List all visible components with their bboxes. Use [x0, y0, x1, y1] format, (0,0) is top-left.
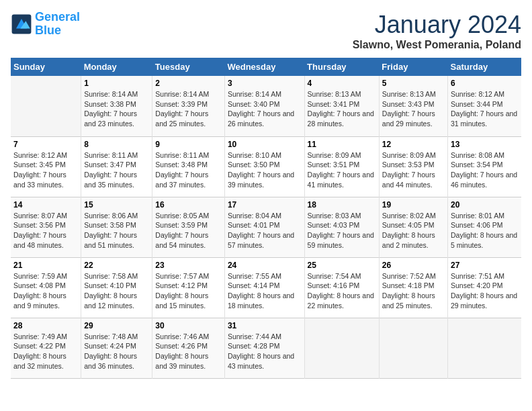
calendar-cell: 11Sunrise: 8:09 AMSunset: 3:51 PMDayligh…	[304, 136, 379, 197]
day-info: Sunrise: 8:14 AMSunset: 3:40 PMDaylight:…	[228, 89, 302, 129]
day-info: Sunrise: 7:55 AMSunset: 4:14 PMDaylight:…	[228, 271, 302, 311]
calendar-cell: 12Sunrise: 8:09 AMSunset: 3:53 PMDayligh…	[379, 136, 447, 197]
day-number: 2	[155, 79, 222, 88]
day-info: Sunrise: 7:58 AMSunset: 4:10 PMDaylight:…	[84, 271, 149, 311]
day-number: 21	[13, 261, 78, 270]
day-number: 17	[228, 200, 302, 210]
calendar-cell: 19Sunrise: 8:02 AMSunset: 4:05 PMDayligh…	[379, 197, 447, 257]
header-day-thursday: Thursday	[304, 58, 379, 76]
calendar-cell: 13Sunrise: 8:08 AMSunset: 3:54 PMDayligh…	[447, 136, 521, 197]
calendar-cell: 23Sunrise: 7:57 AMSunset: 4:12 PMDayligh…	[152, 257, 225, 318]
day-number: 19	[382, 200, 445, 210]
day-info: Sunrise: 7:57 AMSunset: 4:12 PMDaylight:…	[155, 271, 222, 311]
day-info: Sunrise: 8:10 AMSunset: 3:50 PMDaylight:…	[228, 150, 302, 190]
day-number: 20	[451, 200, 519, 210]
day-info: Sunrise: 8:14 AMSunset: 3:39 PMDaylight:…	[155, 89, 222, 129]
day-number: 31	[228, 321, 302, 330]
header-day-friday: Friday	[379, 58, 447, 76]
day-info: Sunrise: 8:12 AMSunset: 3:45 PMDaylight:…	[13, 150, 78, 190]
day-number: 11	[308, 140, 376, 149]
day-info: Sunrise: 8:09 AMSunset: 3:51 PMDaylight:…	[308, 150, 376, 190]
week-row-0: 1Sunrise: 8:14 AMSunset: 3:38 PMDaylight…	[11, 76, 521, 136]
day-info: Sunrise: 7:54 AMSunset: 4:16 PMDaylight:…	[308, 271, 376, 311]
day-number: 8	[84, 140, 149, 149]
calendar-cell: 1Sunrise: 8:14 AMSunset: 3:38 PMDaylight…	[81, 76, 152, 136]
day-info: Sunrise: 8:11 AMSunset: 3:47 PMDaylight:…	[84, 150, 149, 190]
day-number: 5	[382, 79, 445, 88]
location-title: Slawno, West Pomerania, Poland	[353, 39, 521, 51]
header-day-saturday: Saturday	[447, 58, 521, 76]
calendar-cell: 25Sunrise: 7:54 AMSunset: 4:16 PMDayligh…	[304, 257, 379, 318]
day-number: 29	[84, 321, 149, 330]
week-row-2: 14Sunrise: 8:07 AMSunset: 3:56 PMDayligh…	[11, 197, 521, 257]
day-info: Sunrise: 8:08 AMSunset: 3:54 PMDaylight:…	[451, 150, 519, 190]
day-info: Sunrise: 8:14 AMSunset: 3:38 PMDaylight:…	[84, 89, 149, 129]
logo: General Blue	[11, 11, 80, 38]
calendar-cell: 26Sunrise: 7:52 AMSunset: 4:18 PMDayligh…	[379, 257, 447, 318]
calendar-cell	[11, 76, 81, 136]
day-number: 4	[308, 79, 376, 88]
calendar-cell	[304, 318, 379, 378]
day-info: Sunrise: 8:13 AMSunset: 3:43 PMDaylight:…	[382, 89, 445, 129]
logo-line2: Blue	[35, 24, 61, 37]
logo-line1: General	[35, 10, 80, 24]
day-number: 13	[451, 140, 519, 149]
day-info: Sunrise: 8:09 AMSunset: 3:53 PMDaylight:…	[382, 150, 445, 190]
header-row: SundayMondayTuesdayWednesdayThursdayFrid…	[11, 58, 521, 76]
logo-icon	[11, 13, 32, 35]
day-number: 16	[155, 200, 222, 210]
day-info: Sunrise: 8:01 AMSunset: 4:06 PMDaylight:…	[451, 211, 519, 250]
calendar-cell: 20Sunrise: 8:01 AMSunset: 4:06 PMDayligh…	[447, 197, 521, 257]
day-number: 23	[155, 261, 222, 270]
calendar-cell: 3Sunrise: 8:14 AMSunset: 3:40 PMDaylight…	[224, 76, 304, 136]
calendar-cell: 6Sunrise: 8:12 AMSunset: 3:44 PMDaylight…	[447, 76, 521, 136]
day-info: Sunrise: 7:46 AMSunset: 4:26 PMDaylight:…	[155, 332, 222, 371]
day-info: Sunrise: 8:05 AMSunset: 3:59 PMDaylight:…	[155, 211, 222, 250]
header-day-monday: Monday	[81, 58, 152, 76]
calendar-cell: 24Sunrise: 7:55 AMSunset: 4:14 PMDayligh…	[224, 257, 304, 318]
month-title: January 2024	[353, 11, 521, 39]
day-info: Sunrise: 7:49 AMSunset: 4:22 PMDaylight:…	[13, 332, 78, 371]
calendar-cell: 2Sunrise: 8:14 AMSunset: 3:39 PMDaylight…	[152, 76, 225, 136]
title-section: January 2024 Slawno, West Pomerania, Pol…	[353, 11, 521, 51]
day-number: 12	[382, 140, 445, 149]
header-day-wednesday: Wednesday	[224, 58, 304, 76]
calendar-cell: 22Sunrise: 7:58 AMSunset: 4:10 PMDayligh…	[81, 257, 152, 318]
day-info: Sunrise: 7:44 AMSunset: 4:28 PMDaylight:…	[228, 332, 302, 371]
calendar-cell: 5Sunrise: 8:13 AMSunset: 3:43 PMDaylight…	[379, 76, 447, 136]
day-number: 7	[13, 140, 78, 149]
day-number: 9	[155, 140, 222, 149]
calendar-cell: 28Sunrise: 7:49 AMSunset: 4:22 PMDayligh…	[11, 318, 81, 378]
day-number: 18	[308, 200, 376, 210]
day-number: 24	[228, 261, 302, 270]
day-number: 1	[84, 79, 149, 88]
week-row-4: 28Sunrise: 7:49 AMSunset: 4:22 PMDayligh…	[11, 318, 521, 378]
day-number: 10	[228, 140, 302, 149]
calendar-cell: 21Sunrise: 7:59 AMSunset: 4:08 PMDayligh…	[11, 257, 81, 318]
day-number: 3	[228, 79, 302, 88]
week-row-3: 21Sunrise: 7:59 AMSunset: 4:08 PMDayligh…	[11, 257, 521, 318]
day-info: Sunrise: 8:06 AMSunset: 3:58 PMDaylight:…	[84, 211, 149, 250]
day-info: Sunrise: 7:59 AMSunset: 4:08 PMDaylight:…	[13, 271, 78, 311]
day-number: 28	[13, 321, 78, 330]
calendar-cell: 4Sunrise: 8:13 AMSunset: 3:41 PMDaylight…	[304, 76, 379, 136]
day-info: Sunrise: 7:52 AMSunset: 4:18 PMDaylight:…	[382, 271, 445, 311]
day-info: Sunrise: 8:11 AMSunset: 3:48 PMDaylight:…	[155, 150, 222, 190]
calendar-cell	[447, 318, 521, 378]
day-number: 6	[451, 79, 519, 88]
header-day-sunday: Sunday	[11, 58, 81, 76]
calendar-cell	[379, 318, 447, 378]
day-info: Sunrise: 8:03 AMSunset: 4:03 PMDaylight:…	[308, 211, 376, 250]
day-number: 27	[451, 261, 519, 270]
calendar-cell: 16Sunrise: 8:05 AMSunset: 3:59 PMDayligh…	[152, 197, 225, 257]
calendar-cell: 10Sunrise: 8:10 AMSunset: 3:50 PMDayligh…	[224, 136, 304, 197]
day-number: 30	[155, 321, 222, 330]
day-info: Sunrise: 7:51 AMSunset: 4:20 PMDaylight:…	[451, 271, 519, 311]
calendar-cell: 17Sunrise: 8:04 AMSunset: 4:01 PMDayligh…	[224, 197, 304, 257]
day-number: 25	[308, 261, 376, 270]
calendar-cell: 18Sunrise: 8:03 AMSunset: 4:03 PMDayligh…	[304, 197, 379, 257]
calendar-cell: 8Sunrise: 8:11 AMSunset: 3:47 PMDaylight…	[81, 136, 152, 197]
calendar-cell: 30Sunrise: 7:46 AMSunset: 4:26 PMDayligh…	[152, 318, 225, 378]
calendar-cell: 7Sunrise: 8:12 AMSunset: 3:45 PMDaylight…	[11, 136, 81, 197]
calendar-cell: 15Sunrise: 8:06 AMSunset: 3:58 PMDayligh…	[81, 197, 152, 257]
